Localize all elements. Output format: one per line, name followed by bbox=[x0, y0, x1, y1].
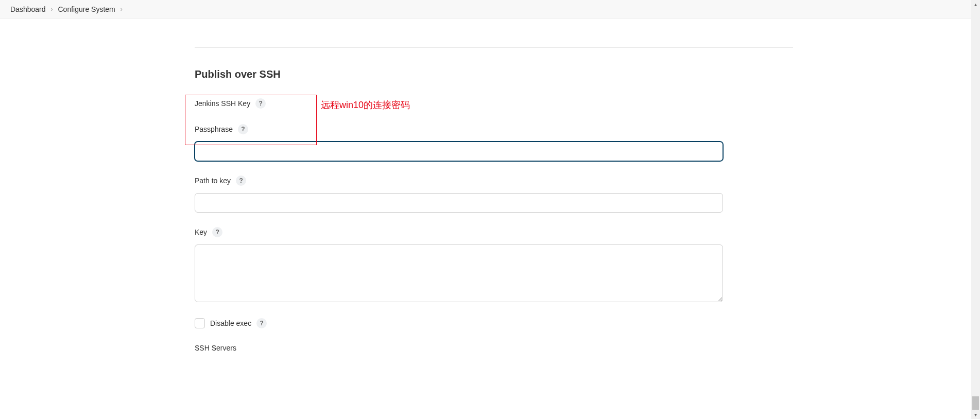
ssh-servers-label: SSH Servers bbox=[195, 344, 236, 352]
help-icon[interactable]: ? bbox=[212, 227, 222, 237]
chevron-right-icon: › bbox=[51, 6, 53, 13]
subsection-label: Jenkins SSH Key ? bbox=[195, 98, 793, 109]
breadcrumb-item-configure-system[interactable]: Configure System bbox=[58, 5, 115, 13]
jenkins-ssh-key-label: Jenkins SSH Key bbox=[195, 99, 250, 108]
path-to-key-label: Path to key bbox=[195, 177, 231, 185]
chevron-right-icon: › bbox=[121, 6, 123, 13]
help-icon[interactable]: ? bbox=[255, 98, 266, 109]
disable-exec-label: Disable exec bbox=[210, 319, 251, 327]
scrollbar-thumb[interactable] bbox=[972, 396, 979, 410]
disable-exec-checkbox[interactable] bbox=[195, 318, 205, 328]
field-ssh-servers: SSH Servers bbox=[195, 344, 793, 352]
breadcrumb-item-dashboard[interactable]: Dashboard bbox=[10, 5, 46, 13]
help-icon[interactable]: ? bbox=[238, 124, 248, 134]
vertical-scrollbar[interactable]: ▴ ▾ bbox=[971, 0, 980, 419]
path-to-key-input[interactable] bbox=[195, 193, 723, 213]
field-key: Key ? bbox=[195, 227, 793, 304]
field-passphrase: Passphrase ? bbox=[195, 124, 793, 161]
help-icon[interactable]: ? bbox=[236, 176, 246, 186]
scroll-up-arrow-icon[interactable]: ▴ bbox=[971, 0, 980, 9]
passphrase-input[interactable] bbox=[195, 142, 723, 161]
main-content: Publish over SSH Jenkins SSH Key ? Passp… bbox=[0, 19, 793, 352]
breadcrumb: Dashboard › Configure System › bbox=[0, 0, 980, 19]
passphrase-label: Passphrase bbox=[195, 125, 233, 133]
field-disable-exec: Disable exec ? bbox=[195, 318, 793, 328]
help-icon[interactable]: ? bbox=[256, 318, 267, 328]
scroll-down-arrow-icon[interactable]: ▾ bbox=[971, 410, 980, 419]
field-path-to-key: Path to key ? bbox=[195, 176, 793, 213]
key-label: Key bbox=[195, 228, 207, 236]
section-divider bbox=[195, 47, 793, 48]
key-textarea[interactable] bbox=[195, 245, 723, 302]
section-title: Publish over SSH bbox=[195, 68, 793, 80]
